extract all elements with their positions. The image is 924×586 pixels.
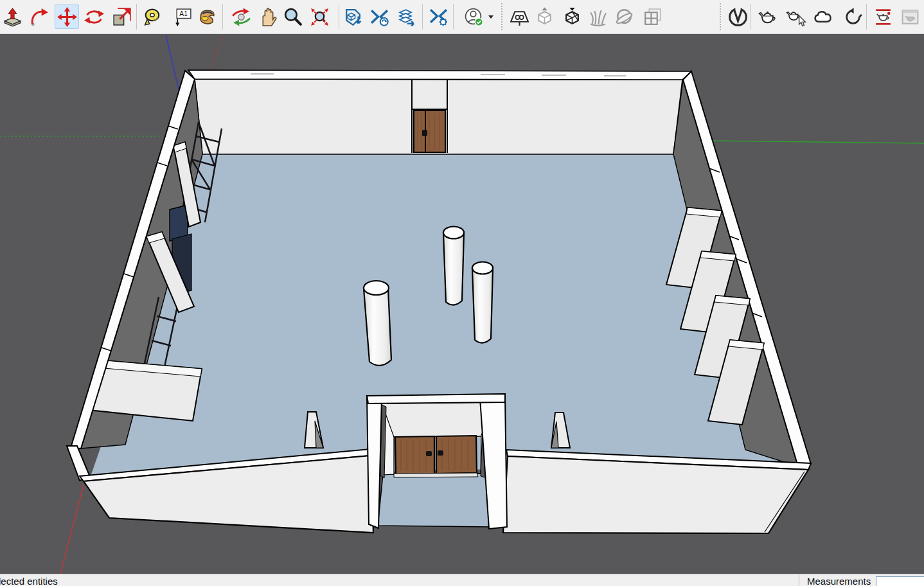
zoom-tool-icon[interactable] [280, 4, 305, 29]
scan-sync-icon[interactable] [367, 4, 391, 29]
account-icon[interactable] [461, 4, 486, 29]
zoom-extents-tool-icon[interactable] [307, 4, 332, 29]
push-pull-tool-icon[interactable] [0, 4, 24, 29]
selection-status-text: lected entities [0, 576, 58, 586]
vray-batch-render-icon[interactable] [898, 4, 922, 29]
toolbar-grip[interactable] [720, 3, 721, 30]
scan-download-icon[interactable] [341, 4, 365, 29]
tape-measure-tool-icon[interactable] [141, 4, 165, 29]
model-canvas[interactable] [0, 33, 924, 574]
vray-interactive-render-icon[interactable] [783, 4, 808, 29]
infinite-plane-icon[interactable] [506, 4, 531, 29]
toolbar-separator [750, 4, 751, 30]
scale-tool-icon[interactable] [109, 4, 134, 29]
statusbar-separator [799, 574, 799, 586]
move-tool-icon[interactable] [55, 4, 79, 29]
mesh-light-icon[interactable] [640, 4, 664, 29]
toolbar-separator [866, 4, 867, 30]
sketchup-window: A1 [0, 0, 924, 586]
front-door-left-handle [426, 451, 432, 456]
front-double-door[interactable] [395, 436, 477, 474]
text-tool-icon[interactable]: A1 [170, 4, 195, 29]
rotate-tool-icon[interactable] [82, 4, 106, 29]
vray-cloud-render-icon[interactable] [810, 4, 835, 29]
text-tool-label: A1 [179, 10, 188, 17]
status-bar: lected entities Measurements [0, 574, 924, 586]
toolbar-grip[interactable] [501, 3, 502, 30]
vray-render-icon[interactable] [755, 4, 779, 29]
scan-layers-icon[interactable] [393, 4, 417, 29]
pan-tool-icon[interactable] [256, 4, 280, 29]
toolbar-separator [339, 4, 339, 30]
orbit-tool-icon[interactable] [229, 4, 253, 29]
vray-asset-editor-icon[interactable] [725, 4, 750, 29]
toolbar-separator [453, 4, 454, 30]
fur-icon[interactable] [585, 4, 610, 29]
back-door-handle [422, 130, 427, 136]
scan-settings-icon[interactable] [426, 4, 450, 29]
main-toolbar: A1 [0, 0, 924, 34]
account-dropdown-icon[interactable] [486, 4, 496, 29]
toolbar-separator [136, 4, 137, 30]
import-proxy-icon[interactable] [560, 4, 584, 29]
back-double-door[interactable] [414, 111, 445, 152]
toolbar-separator [222, 4, 223, 30]
export-proxy-icon[interactable] [532, 4, 556, 29]
measurements-input[interactable] [876, 576, 924, 586]
measurements-label: Measurements [807, 576, 871, 586]
vray-frame-buffer-icon[interactable] [871, 4, 895, 29]
model-viewport[interactable] [0, 33, 924, 574]
entrance-floor[interactable] [378, 474, 492, 527]
follow-me-tool-icon[interactable] [26, 4, 51, 29]
toolbar-separator [422, 4, 423, 30]
paint-bucket-tool-icon[interactable] [195, 4, 219, 29]
vray-update-icon[interactable] [840, 4, 865, 29]
clipper-icon[interactable] [612, 4, 636, 29]
front-door-right-handle [438, 450, 443, 456]
